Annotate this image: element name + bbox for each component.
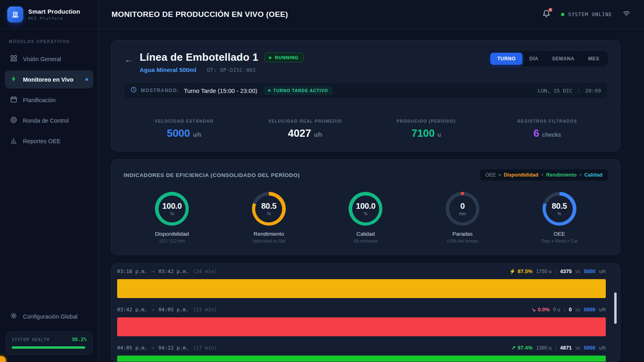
interval-start: 03:42 p.m.: [117, 306, 147, 313]
gauge-value: 0: [460, 202, 465, 211]
stat-value: 4027: [288, 127, 311, 140]
stat-label: VELOCIDAD ESTÁNDAR: [124, 119, 245, 123]
notification-badge-dot: [549, 8, 552, 12]
line-title: Línea de Embotellado 1: [140, 51, 258, 64]
showing-value: Turno Tarde (15:00 - 23:00): [184, 87, 258, 94]
percent-value: 87.5%: [518, 268, 533, 274]
gauge-disponibilidad: 100.0 % Disponibilidad 112 / 112 min: [124, 192, 221, 243]
factory-logo-icon: [7, 6, 23, 23]
formula-times: ×: [579, 172, 582, 178]
sidebar-item-label: Planificación: [23, 97, 56, 103]
tab-mes[interactable]: MES: [581, 53, 606, 65]
interval-duration: (23 min): [193, 306, 217, 313]
stat-value: 6: [533, 127, 539, 140]
stat-registros-filtrados: REGISTROS FILTRADOS 6 checks: [487, 119, 608, 140]
back-button[interactable]: ←: [124, 54, 133, 65]
stat-label: PRODUCIDO (PERÍODO): [366, 119, 487, 123]
stats-row: VELOCIDAD ESTÁNDAR 5000 u/h VELOCIDAD RE…: [124, 109, 608, 140]
actual-rate: 4375: [560, 268, 572, 274]
tab-semana[interactable]: SEMANA: [545, 53, 582, 65]
gauge-oee: 80.5 % OEE Disp × Rend × Cal: [511, 192, 608, 243]
sidebar-item-monitoreo-en-vivo[interactable]: Monitoreo en Vivo: [5, 70, 93, 88]
interval-start: 03:18 p.m.: [117, 268, 147, 274]
gauge-unit: min: [459, 211, 466, 216]
calendar-icon: [10, 96, 17, 104]
stat-unit: u: [438, 132, 441, 138]
system-status: SYSTEM ONLINE: [561, 12, 612, 17]
interval-duration: (24 min): [193, 268, 217, 274]
system-health-label: SYSTEM HEALTH: [12, 337, 50, 342]
sidebar-spacer: [0, 151, 98, 306]
tab-turno[interactable]: TURNO: [490, 53, 522, 65]
units-produced: 1380 u: [536, 345, 551, 351]
gauge-label: Disponibilidad: [155, 231, 189, 237]
content: ← Línea de Embotellado 1 ▶ RUNNING Agua …: [99, 29, 644, 362]
gauge-unit: %: [557, 211, 561, 216]
sidebar-item-label: Reportes OEE: [23, 138, 61, 144]
gauge-label: Calidad: [357, 231, 375, 237]
interval-duration: (17 min): [193, 345, 217, 351]
rate-unit: u/h: [599, 307, 606, 313]
formula-lhs: OEE: [485, 172, 496, 178]
gauge-value: 80.5: [261, 202, 277, 211]
gauges-row: 100.0 % Disponibilidad 112 / 112 min 80.…: [124, 192, 608, 243]
stat-unit: checks: [542, 132, 561, 138]
interval-end: 03:42 p.m.: [159, 268, 189, 274]
gauge-unit: %: [170, 211, 174, 216]
sidebar-item-reportes-oee[interactable]: Reportes OEE: [5, 132, 93, 150]
standard-rate: 5000: [584, 306, 595, 313]
datetime-separator: |: [577, 88, 580, 94]
gauge-value: 80.5: [552, 202, 567, 211]
efficiency-card: INDICADORES DE EFICIENCIA (CONSOLIDADO D…: [111, 159, 620, 255]
separator: |: [555, 269, 556, 274]
sidebar-item-vision-general[interactable]: Visión General: [5, 50, 93, 68]
target-icon: [10, 116, 17, 125]
gauge-rendimiento: 80.5 % Rendimiento Velocidad vs Std: [221, 192, 318, 243]
interval-start: 04:05 p.m.: [117, 345, 147, 351]
formula-times: ×: [541, 172, 544, 178]
stat-unit: u/h: [314, 132, 322, 138]
rate-unit: u/h: [599, 345, 606, 351]
tab-dia[interactable]: DÍA: [522, 53, 545, 65]
arrow-right-icon: →: [151, 268, 155, 274]
sidebar: Smart Production MES Platform MÓDULOS OP…: [0, 0, 99, 362]
stoppage-marker-dot: [461, 192, 464, 195]
running-status-badge: ▶ RUNNING: [264, 53, 303, 62]
notifications-button[interactable]: [542, 9, 551, 19]
stat-label: VELOCIDAD REAL PROMEDIO: [245, 119, 366, 123]
vs-label: vs: [575, 307, 580, 313]
standard-rate: 5000: [584, 268, 595, 274]
arrow-right-icon: →: [151, 345, 155, 351]
performance-percent: ↘0.0%: [531, 306, 550, 313]
sidebar-item-ronda-de-control[interactable]: Ronda de Control: [5, 111, 93, 130]
main-area: MONITOREO DE PRODUCCIÓN EN VIVO (OEE) SY…: [99, 0, 644, 362]
performance-percent: ↗97.4%: [511, 345, 533, 351]
product-name: Agua Mineral 500ml: [140, 66, 196, 73]
interval-bar[interactable]: [117, 317, 606, 336]
gauge-value: 100.0: [162, 202, 182, 211]
interval-bar[interactable]: [117, 356, 606, 362]
running-status-label: RUNNING: [275, 55, 299, 60]
sidebar-item-label: Monitoreo en Vivo: [23, 76, 73, 83]
trend-up-icon: ↗: [511, 345, 516, 351]
status-text: SYSTEM ONLINE: [568, 12, 612, 17]
sidebar-item-planificacion[interactable]: Planificación: [5, 91, 93, 109]
interval-bar[interactable]: [117, 279, 606, 298]
stat-label: REGISTROS FILTRADOS: [487, 119, 608, 123]
order-code: OT: OP-DISC-001: [207, 67, 256, 73]
stat-value: 7100: [411, 127, 435, 140]
active-indicator-dot: [85, 78, 88, 81]
bolt-icon: [10, 75, 17, 84]
gauge-calidad: 100.0 % Calidad 68 rechazos: [317, 192, 414, 243]
play-icon: ▶: [269, 56, 272, 60]
sidebar-section-label: MÓDULOS OPERATIVOS: [0, 29, 98, 49]
oee-formula-badge: OEE = Disponibilidad × Rendimiento × Cal…: [480, 169, 608, 181]
system-health-value: 98.2%: [72, 337, 87, 342]
gauge-ring: 80.5 %: [543, 192, 576, 226]
separator: |: [555, 345, 556, 351]
bolt-icon: ⚡: [509, 268, 516, 274]
timeline-scrollbar-thumb[interactable]: [614, 292, 617, 324]
sidebar-item-configuracion-global[interactable]: Configuración Global: [5, 307, 93, 325]
date-label: LUN, 15 DIC: [538, 88, 572, 94]
formula-rendimiento: Rendimiento: [546, 172, 577, 178]
